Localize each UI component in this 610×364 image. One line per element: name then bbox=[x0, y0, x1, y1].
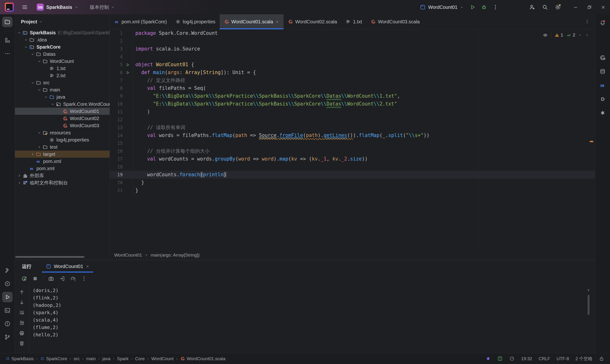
chevron-down-icon[interactable] bbox=[29, 52, 36, 56]
code-line-8[interactable]: 8 val filePaths = Seq( bbox=[110, 84, 595, 92]
more-tool-windows-button[interactable] bbox=[2, 48, 13, 59]
status-path-Spark[interactable]: Spark bbox=[117, 356, 129, 361]
run-config-selector[interactable]: WordCount01 bbox=[420, 4, 464, 10]
code-line-1[interactable]: 1package Spark.Core.WordCount bbox=[110, 29, 595, 37]
tab-WordCount02.scala[interactable]: WordCount02.scala bbox=[284, 14, 341, 29]
chevron-down-icon[interactable] bbox=[50, 102, 56, 106]
run-button[interactable] bbox=[467, 2, 478, 12]
chevron-down-icon[interactable] bbox=[29, 81, 36, 85]
tree-item-pom.xml[interactable]: mpom.xml bbox=[15, 165, 110, 172]
code-line-13[interactable]: 13 // 读取所有单词 bbox=[110, 124, 595, 131]
chevron-down-icon[interactable] bbox=[23, 45, 29, 49]
status-path-src[interactable]: src bbox=[74, 356, 79, 361]
soft-wrap-button[interactable] bbox=[18, 309, 26, 316]
prev-occurrence-button[interactable] bbox=[18, 288, 26, 296]
line-number[interactable]: 21 bbox=[110, 186, 123, 195]
line-separator-button[interactable]: CRLF bbox=[539, 356, 550, 361]
settings-button[interactable] bbox=[553, 2, 563, 12]
chevron-down-icon[interactable] bbox=[43, 95, 49, 99]
search-everywhere-button[interactable] bbox=[540, 2, 550, 12]
line-number[interactable]: 16 bbox=[110, 147, 123, 155]
attach-console-button[interactable] bbox=[57, 274, 66, 283]
translation-button[interactable] bbox=[597, 108, 608, 118]
terminal-button[interactable] bbox=[2, 305, 13, 316]
scala-console-button[interactable] bbox=[597, 52, 608, 63]
status-path-SparkCore[interactable]: SparkCore bbox=[40, 356, 67, 361]
chevron-right-icon[interactable] bbox=[36, 145, 42, 149]
code-line-19[interactable]: 19 wordCounts.foreach(println) bbox=[110, 171, 595, 179]
code-line-15[interactable]: 15 bbox=[110, 139, 595, 147]
chevron-right-icon[interactable] bbox=[29, 152, 36, 156]
tree-item-main[interactable]: main bbox=[15, 86, 110, 93]
warnings-indicator[interactable]: 1 bbox=[555, 32, 563, 38]
main-menu-button[interactable] bbox=[20, 2, 30, 13]
line-number[interactable]: 7 bbox=[110, 77, 123, 84]
warning-stripe-mark[interactable] bbox=[590, 141, 593, 142]
chevron-down-icon[interactable] bbox=[16, 31, 22, 35]
tab-WordCount01.scala[interactable]: WordCount01.scala bbox=[220, 14, 284, 29]
scroll-to-end-button[interactable] bbox=[18, 319, 26, 327]
code-line-4[interactable]: 4 bbox=[110, 53, 595, 61]
line-number[interactable]: 4 bbox=[110, 53, 123, 61]
tree-item-外部库[interactable]: 外部库 bbox=[15, 172, 110, 179]
run-line-button[interactable] bbox=[123, 61, 133, 69]
run-line-button[interactable] bbox=[123, 69, 133, 77]
chevron-down-icon[interactable] bbox=[36, 59, 42, 63]
close-button[interactable] bbox=[596, 0, 610, 14]
code-line-3[interactable]: 3import scala.io.Source bbox=[110, 45, 595, 53]
breadcrumb-method[interactable]: main(args: Array[String]) bbox=[151, 252, 200, 258]
code-line-11[interactable]: 11 ) bbox=[110, 108, 595, 116]
minimize-button[interactable] bbox=[569, 0, 582, 14]
code-line-9[interactable]: 9 "E:\\BigData\\Spark\\SparkPractice\\Sp… bbox=[110, 92, 595, 100]
ok-indicator[interactable]: 2 bbox=[566, 32, 575, 38]
code-line-14[interactable]: 14 val words = filePaths.flatMap(path =>… bbox=[110, 131, 595, 139]
tree-item-WordCount[interactable]: WordCount bbox=[15, 58, 110, 65]
code-line-2[interactable]: 2 bbox=[110, 37, 595, 45]
tree-item-Spark.Core.WordCount[interactable]: Spark.Core.WordCount bbox=[15, 101, 110, 108]
code-editor[interactable]: 1package Spark.Core.WordCount23import sc… bbox=[110, 29, 595, 250]
print-button[interactable] bbox=[18, 329, 26, 337]
line-number[interactable]: 5 bbox=[110, 61, 123, 69]
dependencies-button[interactable]: D bbox=[597, 94, 608, 104]
horizontal-scrollbar[interactable] bbox=[15, 256, 84, 258]
profiler-button[interactable] bbox=[68, 274, 78, 283]
tree-item-SparkBasis[interactable]: SparkBasisE:\BigData\Spark\SparkPra bbox=[15, 29, 110, 36]
code-line-21[interactable]: 21} bbox=[110, 186, 595, 195]
line-number[interactable]: 11 bbox=[110, 108, 123, 116]
services-button[interactable] bbox=[2, 278, 13, 289]
line-number[interactable]: 19 bbox=[110, 171, 123, 179]
file-encoding-button[interactable]: UTF-8 bbox=[557, 356, 569, 361]
line-number[interactable]: 1 bbox=[110, 29, 123, 37]
line-number[interactable]: 13 bbox=[110, 124, 123, 131]
readonly-toggle-button[interactable] bbox=[599, 356, 604, 361]
project-button[interactable] bbox=[2, 17, 13, 27]
indent-style-button[interactable]: 2 个空格 bbox=[575, 356, 592, 362]
project-widget[interactable]: SB SparkBasis bbox=[37, 4, 78, 11]
status-path-Core[interactable]: Core bbox=[135, 356, 145, 361]
tree-item-java[interactable]: java bbox=[15, 93, 110, 101]
line-number[interactable]: 17 bbox=[110, 155, 123, 163]
chevron-right-icon[interactable] bbox=[16, 181, 22, 185]
tab-pom.xml (SparkCore)[interactable]: mpom.xml (SparkCore) bbox=[110, 14, 171, 29]
tree-item-SparkCore[interactable]: SparkCore bbox=[15, 43, 110, 51]
code-line-18[interactable]: 18 bbox=[110, 163, 595, 171]
code-with-me-button[interactable] bbox=[527, 2, 537, 12]
code-line-20[interactable]: 20 } bbox=[110, 179, 595, 186]
close-icon[interactable] bbox=[275, 20, 279, 24]
chevron-right-icon[interactable] bbox=[16, 174, 22, 178]
tree-item-target[interactable]: target bbox=[15, 151, 110, 158]
tab-log4j.properties[interactable]: log4j.properties bbox=[171, 14, 220, 29]
chevron-right-icon[interactable] bbox=[23, 38, 29, 42]
more-options-button[interactable] bbox=[79, 274, 88, 283]
run-tab-wordcount01[interactable]: WordCount01 bbox=[42, 260, 93, 273]
tree-item-log4j.properties[interactable]: log4j.properties bbox=[15, 136, 110, 143]
line-number[interactable]: 14 bbox=[110, 131, 123, 139]
status-path-SparkBasis[interactable]: SparkBasis bbox=[6, 356, 34, 361]
breadcrumb-class[interactable]: WordCount01 bbox=[114, 252, 142, 258]
line-number[interactable]: 3 bbox=[110, 45, 123, 53]
tree-item-Datas[interactable]: Datas bbox=[15, 51, 110, 58]
tree-item-pom.xml[interactable]: mpom.xml bbox=[15, 158, 110, 165]
line-number[interactable]: 2 bbox=[110, 37, 123, 45]
line-number[interactable]: 8 bbox=[110, 84, 123, 92]
close-icon[interactable] bbox=[86, 264, 89, 268]
